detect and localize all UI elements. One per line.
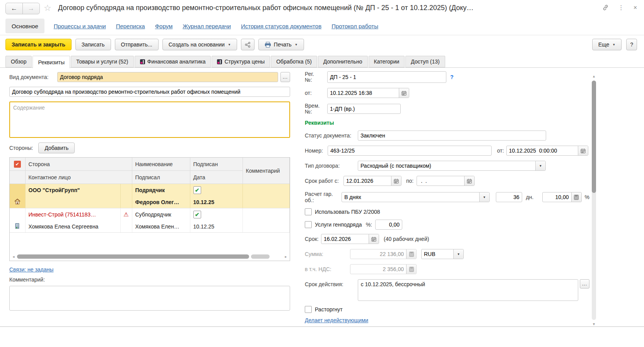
tab-strip: Обзор Реквизиты Товары и услуги (52) Фин… bbox=[5, 54, 446, 68]
scroll-down-icon[interactable]: ▼ bbox=[592, 322, 596, 326]
doc-kind-select-button[interactable]: ... bbox=[280, 72, 290, 82]
toolbar: Записать и закрыть Записать Отправить...… bbox=[0, 36, 644, 53]
tab-requisites[interactable]: Реквизиты bbox=[32, 56, 70, 68]
tab-additional[interactable]: Дополнительно bbox=[318, 56, 368, 67]
calculator-icon[interactable] bbox=[571, 192, 581, 202]
add-party-button[interactable]: Добавить bbox=[38, 143, 75, 153]
table-row[interactable]: Инвест-Строй (75141183… ⚠ Субподрядчик ✔ bbox=[10, 208, 290, 221]
reg-date-field[interactable] bbox=[327, 88, 409, 98]
contract-type-select[interactable]: ▼ bbox=[358, 161, 546, 171]
chevron-down-icon[interactable]: ▼ bbox=[453, 249, 463, 259]
gen-contract-pct-field[interactable] bbox=[375, 220, 402, 230]
print-button[interactable]: Печать▼ bbox=[258, 39, 304, 50]
more-menu-icon[interactable]: ⋮ bbox=[618, 4, 624, 11]
send-button[interactable]: Отправить... bbox=[115, 39, 159, 50]
chevron-down-icon[interactable]: ▼ bbox=[479, 192, 489, 202]
parties-table: ✔ Сторона Наименование Подписан Коммента… bbox=[9, 157, 290, 261]
terminated-checkbox-label: Расторгнут bbox=[315, 306, 343, 313]
tab-access[interactable]: Доступ (13) bbox=[405, 56, 445, 67]
nav-link-transfer-log[interactable]: Журнал передачи bbox=[183, 23, 231, 29]
table-row[interactable]: ООО "СтройГрупп" Подрядчик ✔ bbox=[10, 184, 290, 196]
scroll-left-icon[interactable]: ◂ bbox=[11, 254, 16, 259]
save-button[interactable]: Записать bbox=[75, 39, 111, 50]
create-based-on-button[interactable]: Создать на основании▼ bbox=[162, 39, 237, 50]
warranty-days-field[interactable] bbox=[496, 192, 522, 202]
comment-label: Комментарий: bbox=[9, 277, 290, 283]
table-row[interactable]: Федоров Олег… 10.12.25 bbox=[10, 196, 290, 208]
work-to-label: по: bbox=[406, 178, 413, 184]
relations-link[interactable]: Связи: не заданы bbox=[9, 266, 53, 273]
gen-contract-label: Услуги генподряда bbox=[315, 222, 362, 228]
signed-checkbox[interactable]: ✔ bbox=[193, 186, 201, 194]
left-panel: Вид документа: ... Содержание Стороны: Д… bbox=[9, 72, 290, 311]
doc-name-field[interactable] bbox=[9, 87, 290, 97]
tab-financial-analytics[interactable]: Финансовая аналитика bbox=[135, 56, 211, 67]
doc-kind-field[interactable] bbox=[57, 72, 278, 82]
back-arrow-button[interactable]: ← bbox=[6, 3, 22, 14]
save-and-close-button[interactable]: Записать и закрыть bbox=[5, 39, 72, 50]
nav-item-main[interactable]: Основное bbox=[5, 19, 44, 33]
tab-processing[interactable]: Обработка (5) bbox=[271, 56, 317, 67]
pbu-checkbox[interactable] bbox=[305, 208, 312, 215]
favorite-star-icon[interactable]: ☆ bbox=[44, 3, 51, 13]
scroll-right-icon[interactable]: ▸ bbox=[283, 254, 289, 259]
amount-field bbox=[350, 249, 417, 259]
calendar-icon[interactable] bbox=[464, 176, 474, 186]
gen-contract-checkbox[interactable] bbox=[305, 221, 312, 228]
tab-goods-services[interactable]: Товары и услуги (52) bbox=[71, 56, 133, 67]
nav-link-correspondence[interactable]: Переписка bbox=[116, 23, 145, 29]
share-button[interactable] bbox=[241, 39, 255, 50]
terminated-checkbox[interactable] bbox=[305, 306, 312, 313]
warranty-days-unit: дн. bbox=[526, 194, 534, 200]
comment-textarea[interactable] bbox=[9, 286, 290, 311]
status-field[interactable] bbox=[358, 131, 546, 141]
nav-link-processes[interactable]: Процессы и задачи bbox=[54, 23, 106, 29]
nav-link-work-protocol[interactable]: Протокол работы bbox=[331, 23, 378, 29]
currency-select[interactable]: ▼ bbox=[421, 249, 464, 259]
chevron-down-icon[interactable]: ▼ bbox=[535, 161, 545, 170]
deadline-field[interactable] bbox=[321, 234, 379, 244]
vertical-scrollbar[interactable]: ▲ ▼ bbox=[591, 74, 597, 326]
nav-menu: Основное Процессы и задачи Переписка Фор… bbox=[0, 17, 644, 35]
calendar-icon[interactable] bbox=[369, 234, 379, 244]
tab-categories[interactable]: Категории bbox=[369, 56, 405, 67]
calendar-icon[interactable] bbox=[399, 88, 409, 98]
close-icon[interactable]: × bbox=[634, 4, 637, 11]
calculator-icon[interactable] bbox=[406, 249, 416, 259]
scrollbar-thumb[interactable] bbox=[17, 254, 249, 259]
horizontal-scrollbar[interactable]: ◂ ▸ bbox=[11, 254, 289, 259]
warranty-percent-field[interactable] bbox=[542, 192, 582, 202]
signed-checkbox[interactable]: ✔ bbox=[193, 211, 201, 218]
select-all-checkbox-icon[interactable]: ✔ bbox=[14, 161, 21, 168]
validity-field[interactable]: с 10.12.2025, бессрочный bbox=[358, 279, 578, 301]
number-field[interactable] bbox=[328, 146, 492, 156]
content-textarea[interactable]: Содержание bbox=[9, 101, 290, 138]
table-row[interactable]: Хомякова Елена Сергеевна Хомякова Елен… … bbox=[10, 220, 290, 233]
more-button[interactable]: Еще▼ bbox=[592, 39, 622, 50]
help-question-link[interactable]: ? bbox=[450, 74, 454, 80]
reg-no-field[interactable] bbox=[327, 71, 446, 83]
scroll-up-icon[interactable]: ▲ bbox=[592, 74, 596, 78]
house-icon bbox=[14, 199, 20, 204]
invalidates-link[interactable]: Делает недействующими bbox=[305, 317, 368, 323]
calculator-icon[interactable] bbox=[406, 265, 416, 274]
tab-overview[interactable]: Обзор bbox=[5, 56, 32, 67]
history-nav: ← → bbox=[5, 3, 40, 14]
work-to-field[interactable] bbox=[417, 176, 475, 186]
tab-price-structure[interactable]: Структура цены bbox=[212, 56, 270, 67]
nav-link-forum[interactable]: Форум bbox=[155, 23, 173, 29]
forward-arrow-button[interactable]: → bbox=[22, 3, 39, 14]
scrollbar-thumb[interactable] bbox=[592, 81, 596, 193]
work-from-field[interactable] bbox=[343, 176, 401, 186]
help-button[interactable]: ? bbox=[626, 39, 637, 50]
calendar-icon[interactable] bbox=[391, 176, 401, 186]
warranty-calc-label: Расчет гар. об.: bbox=[305, 191, 342, 203]
warranty-calc-select[interactable]: ▼ bbox=[342, 192, 490, 202]
get-link-icon[interactable] bbox=[602, 4, 609, 11]
nav-link-status-history[interactable]: История статусов документов bbox=[241, 23, 321, 29]
calendar-icon[interactable] bbox=[578, 146, 588, 155]
temp-no-field[interactable] bbox=[327, 104, 401, 114]
number-date-field[interactable] bbox=[506, 146, 588, 156]
validity-select-button[interactable]: ... bbox=[580, 279, 589, 289]
vat-field bbox=[350, 264, 417, 274]
